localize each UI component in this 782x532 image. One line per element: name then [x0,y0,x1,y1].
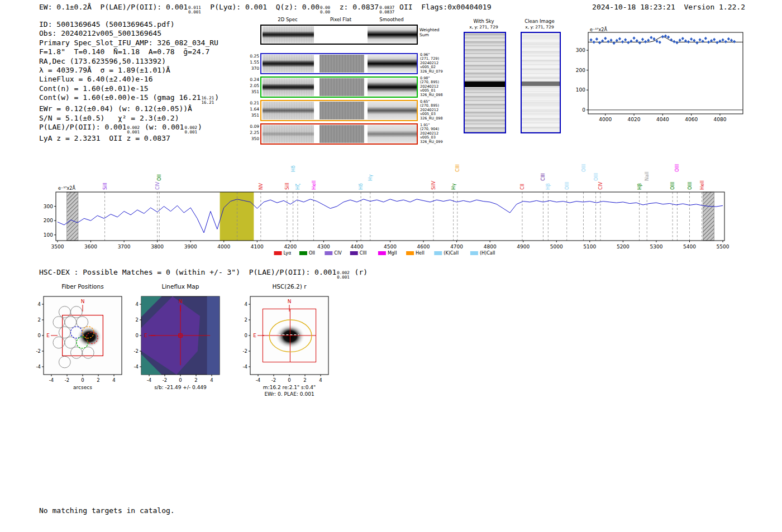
svg-text:e⁻¹⁷x2Å: e⁻¹⁷x2Å [58,185,75,191]
svg-text:4020: 4020 [628,117,641,122]
pixel-flat-image [320,55,364,73]
cutout-row-1 [260,53,418,74]
svg-text:4200: 4200 [284,244,297,250]
svg-text:OIII: OIII [581,164,586,172]
svg-text:-2: -2 [36,348,41,354]
svg-text:2: 2 [38,317,41,323]
svg-text:N: N [81,299,85,304]
svg-text:-4: -4 [256,377,260,383]
pixel-flat-image [320,78,364,96]
smoothed-image [368,26,417,43]
svg-text:CIII: CIII [540,174,546,181]
spec2d-image [263,55,314,73]
cutout-row-3 [260,100,418,121]
svg-text:100: 100 [44,232,53,238]
info-line-4: F=1.8" T=0.140 N̄=1.18 A=0.78 ḡ=24.7 [39,47,219,56]
clean-image [521,32,561,133]
info-line-6: λ = 4039.79Å σ = 1.89(±1.01)Å [39,66,219,75]
with-sky-image [464,32,506,133]
cutout-row-4 [260,123,418,145]
svg-text:CIII: CIII [455,165,460,172]
svg-text:3500: 3500 [51,244,64,250]
svg-text:m:16.2 re:2.1" s:0.4": m:16.2 re:2.1" s:0.4" [263,385,316,390]
svg-text:OIII: OIII [564,182,570,190]
svg-text:300: 300 [576,47,585,53]
svg-text:MgII: MgII [388,251,397,256]
svg-text:200: 200 [44,218,53,223]
svg-text:HeII: HeII [699,180,705,190]
smoothed-image [368,78,417,96]
cutout-row-stats: 0.092.25350 [245,124,259,141]
svg-text:CIV: CIV [155,182,160,190]
clean-trace-band [522,82,560,86]
svg-text:NV: NV [258,183,264,190]
svg-text:4600: 4600 [417,244,430,250]
svg-text:Lyα: Lyα [284,251,292,256]
svg-text:0: 0 [81,377,84,383]
cutout-col-title-smoothed: Smoothed [366,17,417,22]
svg-text:4400: 4400 [350,244,363,250]
svg-text:Hβ: Hβ [637,183,642,190]
svg-text:0: 0 [288,377,290,383]
cutout-row-meta: 1.91"(270, 904)20240212v005_03326_RU_099 [420,123,455,144]
svg-text:4100: 4100 [251,244,264,250]
masked-edge-band [67,192,78,241]
svg-text:CII: CII [519,184,525,190]
svg-text:5000: 5000 [550,244,563,250]
with-sky-title: With Sky [456,18,512,24]
svg-text:OII: OII [156,174,162,181]
info-line-1: ID: 5001369645 (5001369645.pdf) [39,20,219,29]
lineflux-map: Lineflux Map-4-4-2-2002244s/b: -21.49 +/… [125,281,242,404]
smoothed-image [368,102,417,119]
cutout-row-2 [260,76,418,98]
info-line-8: Cont(n) = 1.60(±0.01)e-15 [39,84,219,93]
svg-text:2: 2 [97,377,99,383]
svg-text:0: 0 [245,333,247,338]
svg-text:E: E [46,333,50,338]
svg-text:CIV: CIV [334,251,342,256]
with-sky-trace-band [465,82,505,87]
svg-text:-4: -4 [147,377,151,383]
svg-text:E: E [253,333,256,338]
svg-text:-4: -4 [36,364,41,370]
svg-text:NaII: NaII [644,171,650,181]
svg-text:5100: 5100 [583,244,596,250]
hsc-cutout-map: HSC(26.2) r-4-4-2-2002244m:16.2 re:2.1" … [233,281,351,404]
svg-text:3900: 3900 [184,244,197,250]
svg-text:HeII: HeII [311,180,317,190]
svg-text:5500: 5500 [717,244,729,250]
svg-text:200: 200 [576,68,585,73]
footer-notes: No matching targets in catalog. Row inte… [39,488,175,532]
svg-text:3800: 3800 [151,244,164,250]
svg-text:3700: 3700 [118,244,131,250]
info-line-12: P(LAE)/P(OII): 0.0010.0020.001 (w: 0.001… [39,123,219,134]
svg-text:-4: -4 [134,364,139,370]
svg-text:4300: 4300 [317,244,330,250]
cutout-row-stats: 0.242.05351 [245,78,259,94]
svg-text:2: 2 [136,317,139,323]
clean-image-coords: x, y: 271, 729 [512,25,568,30]
cutout-row-stats: 0.251.55370 [245,54,259,71]
stacked-uncertainty: 0.0020.001 [337,271,350,279]
svg-text:100: 100 [576,87,585,93]
svg-text:5300: 5300 [650,244,662,250]
svg-text:OIII: OIII [670,182,675,190]
svg-text:-2: -2 [243,348,247,354]
cutout-row-meta: 0.96"(271, 729)20240212v005_02326_RU_079 [420,53,455,74]
svg-text:arcsecs: arcsecs [73,385,92,390]
stacked-uncertainty: 0.0020.001 [127,126,140,134]
spec2d-image [263,125,314,143]
svg-text:-2: -2 [163,377,167,383]
spec2d-image [263,78,314,96]
svg-text:0: 0 [38,333,41,338]
stacked-uncertainty: 0.0020.001 [184,126,197,134]
svg-text:OIII: OIII [593,173,599,181]
svg-text:4800: 4800 [484,244,497,250]
clean-image-title: Clean Image [512,18,568,24]
svg-text:CIII: CIII [360,251,367,256]
svg-text:4: 4 [136,301,139,307]
svg-text:s/b: -21.49 +/- 0.449: s/b: -21.49 +/- 0.449 [154,385,207,390]
svg-text:(K)CaII: (K)CaII [444,251,459,256]
elixer-detection-report: { "header": { "segments": [ {"t":"EW: 0.… [0,0,782,532]
zoom-spectrum-plot: 400040204040406040800100200300e⁻¹⁷x2Å [573,26,748,126]
